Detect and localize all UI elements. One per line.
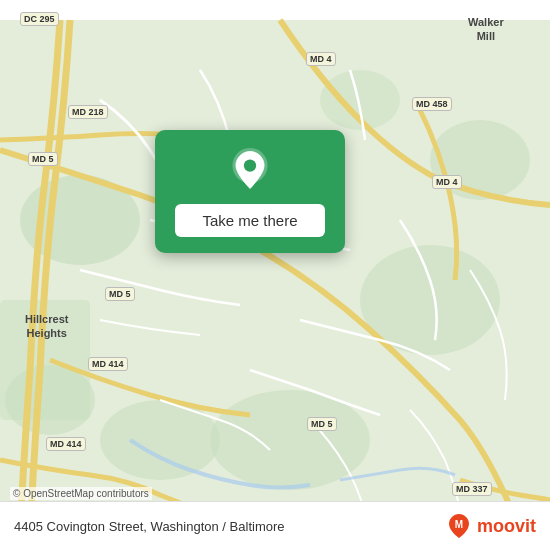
road-label-md337: MD 337: [452, 482, 492, 496]
moovit-brand-name: moovit: [477, 516, 536, 537]
map-background: [0, 0, 550, 550]
address-label: 4405 Covington Street, Washington / Balt…: [14, 519, 285, 534]
copyright-text: © OpenStreetMap contributors: [10, 487, 152, 500]
road-label-md218: MD 218: [68, 105, 108, 119]
road-label-md5-left: MD 5: [28, 152, 58, 166]
bottom-bar: 4405 Covington Street, Washington / Balt…: [0, 501, 550, 550]
svg-point-4: [100, 400, 220, 480]
svg-point-3: [210, 390, 370, 490]
location-pin-icon: [228, 148, 272, 192]
place-label-hillcrest: HillcrestHeights: [25, 312, 68, 340]
road-label-dc295: DC 295: [20, 12, 59, 26]
svg-point-10: [244, 159, 256, 171]
svg-text:M: M: [455, 519, 463, 530]
road-label-md458: MD 458: [412, 97, 452, 111]
take-me-there-button[interactable]: Take me there: [175, 204, 325, 237]
take-me-there-popup: Take me there: [155, 130, 345, 253]
moovit-logo: M moovit: [445, 512, 536, 540]
map-container: DC 295 MD 4 MD 218 MD 458 MD 5 MD 4 MD 5…: [0, 0, 550, 550]
place-label-walker-mill: WalkerMill: [468, 15, 504, 43]
road-label-md414-left: MD 414: [88, 357, 128, 371]
road-label-md5-bot: MD 5: [307, 417, 337, 431]
road-label-md4-right: MD 4: [432, 175, 462, 189]
moovit-logo-icon: M: [445, 512, 473, 540]
road-label-md4-top: MD 4: [306, 52, 336, 66]
road-label-md5-mid: MD 5: [105, 287, 135, 301]
road-label-md414-bot: MD 414: [46, 437, 86, 451]
